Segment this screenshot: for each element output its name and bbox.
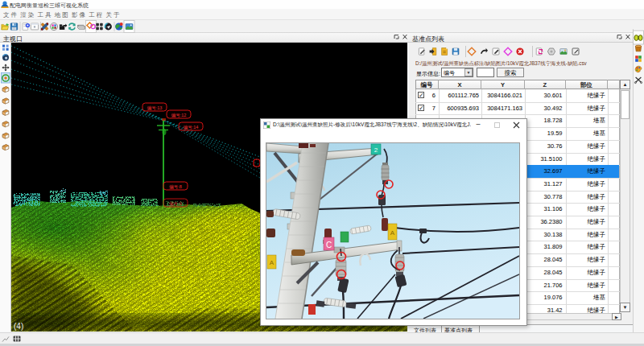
svg-text:2: 2 [374,146,378,154]
svg-text:编号:9: 编号:9 [169,201,182,206]
svg-text:编号:13: 编号:13 [147,105,163,110]
svg-text:(4): (4) [14,322,23,331]
svg-text:编号:12: 编号:12 [171,113,187,117]
svg-text:编号:14: 编号:14 [184,125,199,130]
svg-text:C: C [326,241,332,249]
svg-text:A: A [270,259,275,266]
svg-text:编号:8: 编号:8 [169,184,182,189]
svg-text:A: A [390,229,395,237]
